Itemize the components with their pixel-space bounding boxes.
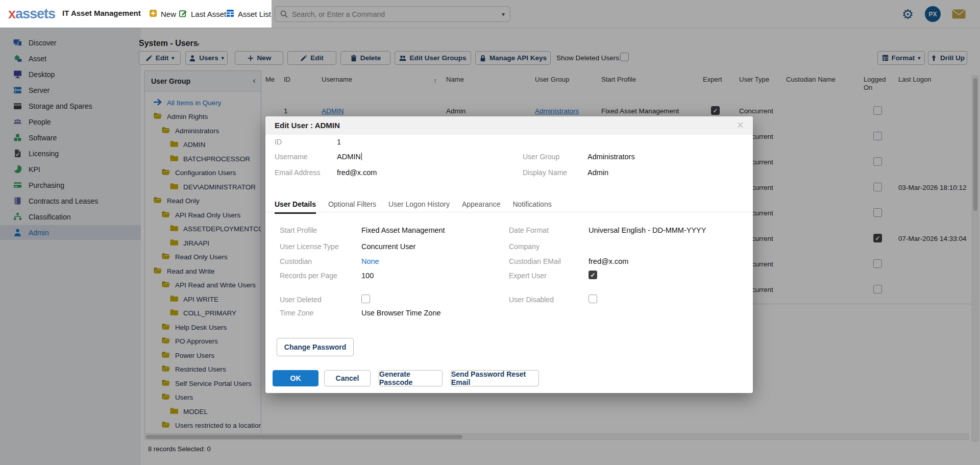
modal-value-custodian[interactable]: None bbox=[361, 257, 379, 265]
plus-square-icon bbox=[149, 9, 157, 19]
modal-value-time-zone: Use Browser Time Zone bbox=[361, 309, 441, 317]
modal-label-id: ID bbox=[275, 138, 282, 146]
app-logo[interactable]: xassets bbox=[8, 6, 55, 22]
app-title: IT Asset Management bbox=[62, 9, 141, 17]
table-icon bbox=[226, 9, 234, 19]
modal-value-records-per-page: 100 bbox=[361, 272, 374, 280]
modal-label-custodian: Custodian bbox=[280, 257, 312, 265]
edit-square-icon bbox=[179, 9, 187, 19]
modal-label-date-format: Date Format bbox=[509, 226, 549, 234]
topnav-label: Asset List bbox=[238, 10, 271, 18]
tab-divider bbox=[265, 212, 753, 212]
close-icon[interactable]: × bbox=[737, 118, 744, 132]
modal-label-records-per-page: Records per Page bbox=[280, 272, 337, 280]
modal-label-expert-user: Expert User bbox=[509, 272, 547, 280]
modal-label-company: Company bbox=[509, 242, 540, 251]
modal-label-user-group: User Group bbox=[523, 153, 559, 161]
modal-value-user-group[interactable]: Administrators bbox=[587, 153, 635, 161]
modal-value-email-address[interactable]: fred@x.com bbox=[337, 168, 377, 177]
modal-label-custodian-email: Custodian EMail bbox=[509, 257, 561, 265]
expert-user-checkbox[interactable]: ✓ bbox=[589, 271, 597, 279]
topbar-left: xassets IT Asset Management NewLast Asse… bbox=[0, 0, 272, 28]
modal-label-user-license-type: User License Type bbox=[280, 242, 339, 251]
modal-value-start-profile: Fixed Asset Management bbox=[361, 226, 445, 234]
topnav-asset-list[interactable]: Asset List bbox=[226, 0, 271, 28]
cancel-button[interactable]: Cancel bbox=[324, 370, 371, 386]
modal-value-display-name[interactable]: Admin bbox=[587, 168, 608, 177]
topnav-new[interactable]: New bbox=[149, 0, 176, 28]
modal-value-date-format: Universal English - DD-MMM-YYYY bbox=[589, 226, 706, 234]
user-deleted-checkbox[interactable] bbox=[361, 295, 370, 303]
send-password-reset-email-button[interactable]: Send Password Reset Email bbox=[451, 370, 539, 386]
modal-label-email-address: Email Address bbox=[275, 168, 320, 177]
modal-label-username: Username bbox=[275, 153, 308, 161]
topnav-last-asset[interactable]: Last Asset bbox=[179, 0, 226, 28]
modal-label-start-profile: Start Profile bbox=[280, 226, 317, 234]
change-password-button[interactable]: Change Password bbox=[277, 338, 354, 356]
topnav-label: New bbox=[161, 10, 176, 18]
modal-label-display-name: Display Name bbox=[523, 168, 567, 177]
modal-value-custodian-email: fred@x.com bbox=[589, 257, 628, 265]
modal-header: Edit User : ADMIN × bbox=[265, 116, 753, 135]
edit-user-modal: Edit User : ADMIN × ID1UsernameADMINEmai… bbox=[265, 116, 753, 393]
modal-value-user-license-type: Concurrent User bbox=[361, 242, 415, 251]
modal-label-user-deleted: User Deleted bbox=[280, 296, 322, 304]
modal-value-username[interactable]: ADMIN bbox=[337, 153, 362, 161]
ok-button[interactable]: OK bbox=[273, 370, 318, 386]
user-disabled-checkbox[interactable] bbox=[589, 295, 597, 303]
modal-label-user-disabled: User Disabled bbox=[509, 296, 554, 304]
app-window: ▾ ⚙ PX xassets IT Asset Management NewLa… bbox=[0, 0, 980, 465]
modal-value-id[interactable]: 1 bbox=[337, 138, 341, 146]
modal-title: Edit User : ADMIN bbox=[275, 121, 340, 130]
modal-label-time-zone: Time Zone bbox=[280, 309, 313, 317]
topnav-label: Last Asset bbox=[191, 10, 226, 18]
generate-passcode-button[interactable]: Generate Passcode bbox=[379, 370, 443, 386]
text-cursor bbox=[361, 153, 362, 160]
